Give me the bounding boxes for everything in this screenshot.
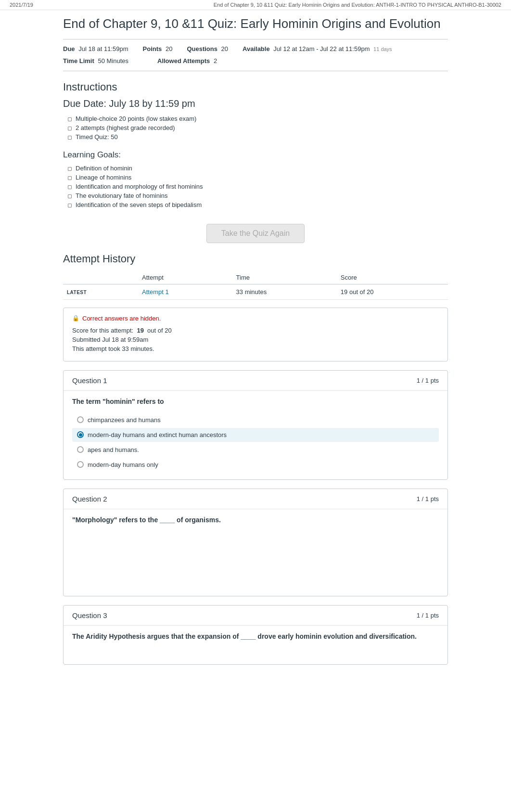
question-1-number: Question 1 xyxy=(72,376,107,385)
question-3-number: Question 3 xyxy=(72,611,107,619)
take-quiz-button[interactable]: Take the Quiz Again xyxy=(206,224,305,243)
goal-3: Identification and morphology of first h… xyxy=(68,182,448,191)
attempt-detail-box: 🔒 Correct answers are hidden. Score for … xyxy=(63,308,448,361)
meta-questions: Questions 20 xyxy=(187,43,228,54)
question-1-pts: 1 / 1 pts xyxy=(417,377,439,384)
correct-answers-text: Correct answers are hidden. xyxy=(82,315,161,322)
points-label: Points xyxy=(143,45,162,52)
col-attempt: Attempt xyxy=(138,271,232,284)
due-label: Due xyxy=(63,45,75,52)
attempt-table-header-row: Attempt Time Score xyxy=(63,271,448,284)
question-block-3: Question 3 1 / 1 pts The Aridity Hypothe… xyxy=(63,605,448,665)
topbar-date: 2021/7/19 xyxy=(10,2,33,8)
learning-goals-title: Learning Goals: xyxy=(63,150,448,160)
question-3-text: The Aridity Hypothesis argues that the e… xyxy=(72,632,439,640)
question-3-header: Question 3 1 / 1 pts xyxy=(64,606,447,626)
allowed-attempts-value: 2 xyxy=(214,57,217,64)
meta-available: Available Jul 12 at 12am - Jul 22 at 11:… xyxy=(243,43,392,54)
time-limit-value: 50 Minutes xyxy=(98,57,128,64)
took-line: This attempt took 33 minutes. xyxy=(72,345,439,352)
score-label: Score for this attempt: xyxy=(72,327,133,334)
correct-answers-hidden: 🔒 Correct answers are hidden. xyxy=(72,315,439,322)
page-wrapper: End of Chapter 9, 10 &11 Quiz: Early Hom… xyxy=(49,10,462,684)
take-quiz-container: Take the Quiz Again xyxy=(63,224,448,243)
top-bar: 2021/7/19 End of Chapter 9, 10 &11 Quiz:… xyxy=(0,0,511,10)
meta-due: Due Jul 18 at 11:59pm xyxy=(63,43,128,54)
allowed-attempts-label: Allowed Attempts xyxy=(157,57,210,64)
meta-row: Due Jul 18 at 11:59pm Points 20 Question… xyxy=(63,39,448,71)
instructions-bullets: Multiple-choice 20 points (low stakes ex… xyxy=(63,114,448,142)
attempt-1-link[interactable]: Attempt 1 xyxy=(142,288,169,296)
meta-time-limit: Time Limit 50 Minutes xyxy=(63,55,128,66)
question-2-header: Question 2 1 / 1 pts xyxy=(64,489,447,509)
col-time: Time xyxy=(232,271,337,284)
radio-1-3 xyxy=(77,446,84,453)
attempt-score: 19 out of 20 xyxy=(337,284,448,299)
attempt-table: Attempt Time Score LATEST Attempt 1 33 m… xyxy=(63,271,448,300)
attempt-link-cell[interactable]: Attempt 1 xyxy=(138,284,232,299)
meta-points: Points 20 xyxy=(143,43,173,54)
question-1-text: The term "hominin" refers to xyxy=(72,398,439,405)
questions-value: 20 xyxy=(221,45,228,52)
bullet-1: Multiple-choice 20 points (low stakes ex… xyxy=(68,114,448,123)
radio-1-4 xyxy=(77,461,84,468)
points-value: 20 xyxy=(166,45,172,52)
goal-5: Identification of the seven steps of bip… xyxy=(68,200,448,209)
question-block-2: Question 2 1 / 1 pts "Morphology" refers… xyxy=(63,489,448,596)
answer-1-2[interactable]: modern-day humans and extinct human ance… xyxy=(72,428,439,442)
answer-1-1[interactable]: chimpanzees and humans xyxy=(72,413,439,427)
answer-1-4-text: modern-day humans only xyxy=(88,461,158,468)
time-limit-label: Time Limit xyxy=(63,57,94,64)
answer-1-3[interactable]: apes and humans. xyxy=(72,443,439,457)
due-date-title: Due Date: July 18 by 11:59 pm xyxy=(63,98,448,109)
lock-icon: 🔒 xyxy=(72,315,79,322)
question-2-body: "Morphology" refers to the ____ of organ… xyxy=(64,509,447,596)
radio-1-2 xyxy=(77,431,84,438)
radio-1-1 xyxy=(77,416,84,423)
question-1-body: The term "hominin" refers to chimpanzees… xyxy=(64,391,447,479)
bullet-3: Timed Quiz: 50 xyxy=(68,132,448,142)
question-3-pts: 1 / 1 pts xyxy=(417,612,439,619)
meta-allowed-attempts: Allowed Attempts 2 xyxy=(157,55,217,66)
question-2-number: Question 2 xyxy=(72,495,107,503)
answer-1-2-text: modern-day humans and extinct human ance… xyxy=(88,431,227,438)
score-value: 19 xyxy=(137,327,143,334)
questions-label: Questions xyxy=(187,45,217,52)
goal-2: Lineage of hominins xyxy=(68,173,448,182)
quiz-title: End of Chapter 9, 10 &11 Quiz: Early Hom… xyxy=(63,16,448,32)
latest-badge: LATEST xyxy=(63,284,138,299)
bullet-2: 2 attempts (highest grade recorded) xyxy=(68,123,448,132)
instructions-title: Instructions xyxy=(63,81,448,93)
answer-1-3-text: apes and humans. xyxy=(88,446,139,453)
question-2-pts: 1 / 1 pts xyxy=(417,495,439,503)
score-total: out of 20 xyxy=(147,327,172,334)
col-badge xyxy=(63,271,138,284)
submitted-line: Submitted Jul 18 at 9:59am xyxy=(72,336,439,343)
topbar-breadcrumb: End of Chapter 9, 10 &11 Quiz: Early Hom… xyxy=(214,2,501,8)
question-3-body: The Aridity Hypothesis argues that the e… xyxy=(64,626,447,664)
question-1-header: Question 1 1 / 1 pts xyxy=(64,371,447,391)
attempt-row: LATEST Attempt 1 33 minutes 19 out of 20 xyxy=(63,284,448,299)
goal-1: Definition of hominin xyxy=(68,164,448,173)
attempt-history-title: Attempt History xyxy=(63,253,448,265)
due-value: Jul 18 at 11:59pm xyxy=(78,45,128,52)
learning-goals-list: Definition of hominin Lineage of hominin… xyxy=(63,164,448,209)
available-sub: 11 days xyxy=(373,46,392,52)
score-for-attempt: Score for this attempt: 19 out of 20 xyxy=(72,327,439,334)
goal-4: The evolutionary fate of hominins xyxy=(68,191,448,200)
col-score: Score xyxy=(337,271,448,284)
available-value: Jul 12 at 12am - Jul 22 at 11:59pm xyxy=(273,45,370,52)
answer-1-1-text: chimpanzees and humans xyxy=(88,416,161,424)
attempt-time: 33 minutes xyxy=(232,284,337,299)
available-label: Available xyxy=(243,45,270,52)
question-block-1: Question 1 1 / 1 pts The term "hominin" … xyxy=(63,370,448,480)
answer-1-4[interactable]: modern-day humans only xyxy=(72,458,439,472)
question-2-text: "Morphology" refers to the ____ of organ… xyxy=(72,516,439,524)
